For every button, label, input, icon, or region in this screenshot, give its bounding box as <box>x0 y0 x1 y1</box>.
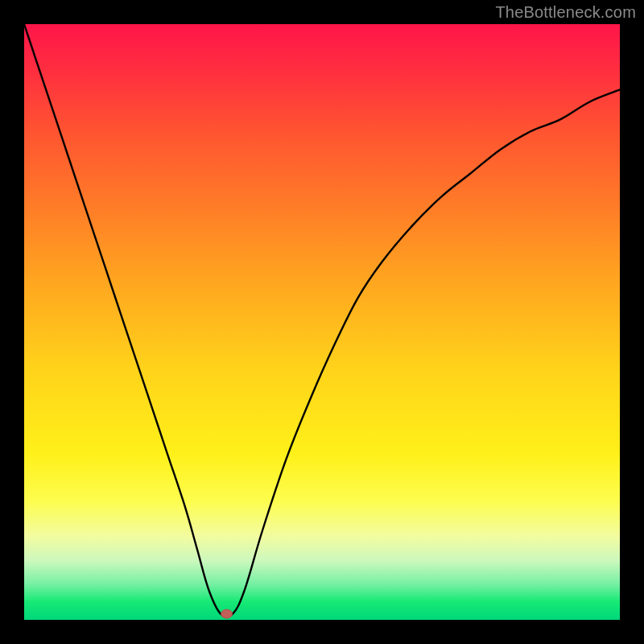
watermark-text: TheBottleneck.com <box>495 3 636 22</box>
optimal-point-marker <box>221 609 233 618</box>
plot-area <box>24 24 620 620</box>
curve-line <box>24 24 620 617</box>
bottleneck-curve <box>24 24 620 620</box>
chart-frame: TheBottleneck.com <box>0 0 644 644</box>
